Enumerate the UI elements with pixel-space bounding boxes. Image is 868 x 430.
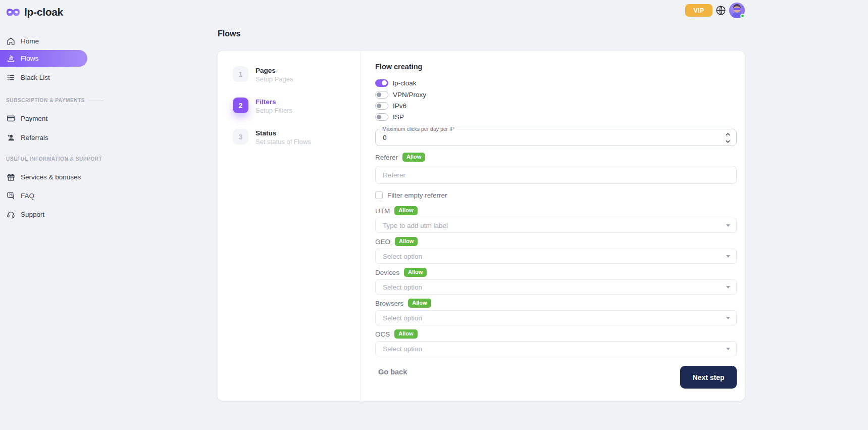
sidebar-item-payment[interactable]: Payment	[0, 111, 87, 126]
flow-creating-card: 1 Pages Setup Pages 2 Filters Setup Filt…	[218, 51, 745, 401]
credit-card-icon	[6, 114, 15, 123]
step-subtitle: Set status of Flows	[256, 137, 311, 146]
sidebar-section-support: USEFUL INFORMATION & SUPPORT	[6, 156, 102, 162]
step-pages[interactable]: 1 Pages Setup Pages	[233, 66, 293, 83]
sidebar-item-label: Flows	[21, 55, 38, 62]
mask-icon	[6, 7, 20, 17]
lp-cloak-toggle[interactable]	[375, 79, 388, 87]
ocs-label-row: OCS Allow	[375, 329, 418, 339]
sidebar-item-support[interactable]: Support	[0, 207, 87, 222]
sidebar-item-label: Referrals	[21, 134, 48, 141]
utm-allow-badge[interactable]: Allow	[394, 206, 417, 215]
sidebar-item-home[interactable]: Home	[0, 33, 87, 49]
panel-title: Flow creating	[375, 63, 422, 71]
online-status-dot	[740, 14, 745, 18]
ocs-allow-badge[interactable]: Allow	[394, 329, 417, 339]
devices-allow-badge[interactable]: Allow	[404, 268, 427, 277]
browsers-label-row: Browsers Allow	[375, 299, 431, 308]
sidebar-item-label: Home	[21, 37, 39, 45]
step-status[interactable]: 3 Status Set status of Flows	[233, 129, 311, 146]
utm-label: UTM	[375, 207, 390, 215]
max-clicks-label: Maximum clicks per day per IP	[380, 126, 456, 132]
referer-label: Referer	[375, 154, 398, 161]
sidebar-item-services-bonuses[interactable]: Services & bonuses	[0, 169, 87, 184]
referer-allow-badge[interactable]: Allow	[402, 153, 425, 162]
step-title: Filters	[256, 98, 292, 106]
ocs-select-wrap	[375, 341, 737, 356]
sidebar-item-referrals[interactable]: Referrals	[0, 130, 87, 145]
geo-select[interactable]	[375, 249, 737, 264]
toggle-label: ISP	[393, 113, 404, 121]
next-step-button[interactable]: Next step	[680, 366, 737, 389]
browsers-select[interactable]	[375, 310, 737, 325]
globe-icon[interactable]	[716, 5, 726, 16]
step-number: 2	[233, 98, 248, 113]
toggle-row-isp[interactable]: ISP	[375, 113, 404, 121]
toggle-label: lp-cloak	[393, 79, 417, 87]
utm-select[interactable]	[375, 218, 737, 233]
step-subtitle: Setup Filters	[256, 106, 292, 115]
geo-label: GEO	[375, 238, 390, 246]
step-title: Pages	[256, 66, 293, 75]
ocs-label: OCS	[375, 330, 390, 338]
geo-allow-badge[interactable]: Allow	[395, 237, 418, 246]
step-number: 1	[233, 66, 248, 82]
filter-empty-referrer-row[interactable]: Filter empty referrer	[375, 192, 447, 199]
panel-divider	[360, 51, 361, 401]
ocs-select[interactable]	[375, 341, 737, 356]
sidebar-item-flows[interactable]: Flows	[0, 50, 87, 67]
max-clicks-field: Maximum clicks per day per IP	[375, 129, 737, 146]
sidebar-section-subscription: SUBSCRIPTION & PAYMENTS	[6, 98, 104, 103]
isp-toggle[interactable]	[375, 113, 388, 121]
devices-select-wrap	[375, 279, 737, 295]
utm-select-wrap	[375, 218, 737, 233]
sidebar-item-label: Black List	[21, 74, 50, 81]
toggle-label: IPv6	[393, 102, 406, 110]
sidebar-item-label: Services & bonuses	[21, 173, 81, 181]
svg-text:?!: ?!	[9, 193, 12, 197]
step-title: Status	[256, 129, 311, 137]
sidebar-item-label: Payment	[21, 115, 47, 122]
browsers-label: Browsers	[375, 300, 403, 307]
list-icon	[6, 73, 15, 82]
referer-input[interactable]	[375, 166, 737, 184]
headset-icon	[6, 210, 15, 219]
toggle-row-vpn-proxy[interactable]: VPN/Proxy	[375, 91, 426, 99]
browsers-allow-badge[interactable]: Allow	[408, 299, 431, 308]
browsers-select-wrap	[375, 310, 737, 325]
filter-empty-referrer-checkbox[interactable]	[375, 192, 383, 199]
flows-icon	[6, 54, 15, 63]
home-icon	[6, 36, 15, 45]
step-subtitle: Setup Pages	[256, 75, 293, 83]
geo-select-wrap	[375, 249, 737, 264]
step-number: 3	[233, 129, 248, 145]
brand-name: lp-cloak	[24, 6, 63, 18]
sidebar-item-faq[interactable]: ?! FAQ	[0, 188, 87, 203]
vpn-proxy-toggle[interactable]	[375, 91, 388, 99]
gift-icon	[6, 172, 15, 181]
devices-select[interactable]	[375, 279, 737, 295]
devices-label-row: Devices Allow	[375, 268, 427, 277]
devices-label: Devices	[375, 269, 399, 276]
referer-label-row: Referer Allow	[375, 153, 425, 162]
toggle-row-lp-cloak[interactable]: lp-cloak	[375, 79, 417, 87]
section-divider	[88, 100, 104, 101]
ipv6-toggle[interactable]	[375, 102, 388, 110]
sidebar-item-label: FAQ	[21, 192, 34, 200]
geo-label-row: GEO Allow	[375, 237, 418, 246]
checkbox-label: Filter empty referrer	[387, 192, 447, 199]
brand-logo[interactable]: lp-cloak	[6, 6, 63, 18]
step-filters[interactable]: 2 Filters Setup Filters	[233, 98, 292, 115]
toggle-row-ipv6[interactable]: IPv6	[375, 102, 406, 110]
sidebar-item-label: Support	[21, 211, 44, 218]
number-stepper[interactable]	[725, 133, 731, 143]
person-add-icon	[6, 133, 15, 142]
utm-label-row: UTM Allow	[375, 206, 418, 215]
go-back-button[interactable]: Go back	[378, 368, 407, 376]
sidebar-item-black-list[interactable]: Black List	[0, 70, 87, 85]
toggle-label: VPN/Proxy	[393, 91, 426, 99]
page-title: Flows	[218, 29, 240, 38]
faq-chat-icon: ?!	[6, 191, 15, 200]
vip-button[interactable]: VIP	[685, 4, 712, 17]
